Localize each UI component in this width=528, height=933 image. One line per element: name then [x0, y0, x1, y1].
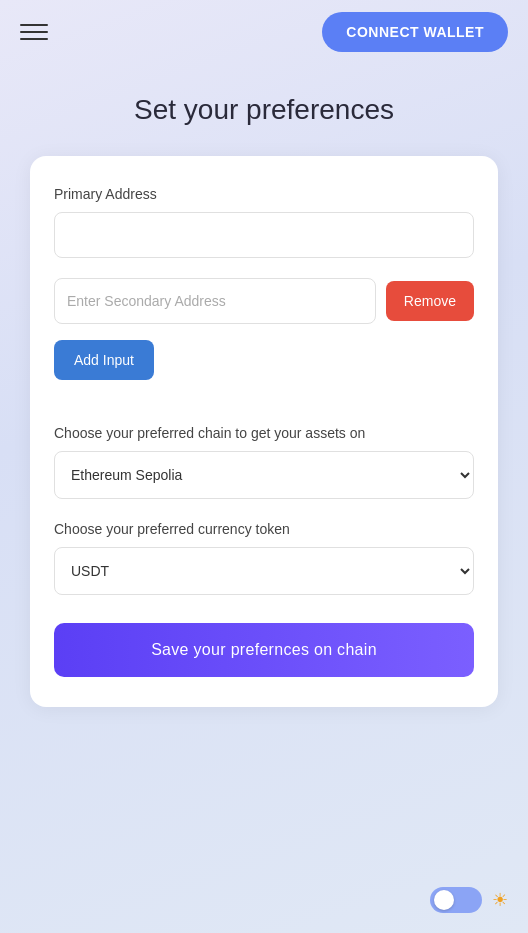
chain-section: Choose your preferred chain to get your … [54, 425, 474, 499]
save-button[interactable]: Save your prefernces on chain [54, 623, 474, 677]
connect-wallet-button[interactable]: CONNECT WALLET [322, 12, 508, 52]
primary-address-input[interactable] [54, 212, 474, 258]
currency-select[interactable]: USDT USDC DAI ETH [54, 547, 474, 595]
theme-toggle[interactable] [430, 887, 482, 913]
currency-section: Choose your preferred currency token USD… [54, 521, 474, 595]
secondary-address-row: Remove [54, 278, 474, 324]
preferences-card: Primary Address Remove Add Input Choose … [30, 156, 498, 707]
theme-toggle-container: ☀ [430, 887, 508, 913]
sun-icon: ☀ [492, 889, 508, 911]
currency-label: Choose your preferred currency token [54, 521, 474, 537]
chain-select[interactable]: Ethereum Sepolia Ethereum Mainnet Polygo… [54, 451, 474, 499]
divider [54, 404, 474, 405]
remove-button[interactable]: Remove [386, 281, 474, 321]
primary-address-label: Primary Address [54, 186, 474, 202]
page-title: Set your preferences [30, 94, 498, 126]
menu-button[interactable] [20, 18, 48, 46]
header: CONNECT WALLET [0, 0, 528, 64]
toggle-knob [434, 890, 454, 910]
secondary-address-input[interactable] [54, 278, 376, 324]
main-content: Set your preferences Primary Address Rem… [0, 64, 528, 727]
add-input-button[interactable]: Add Input [54, 340, 154, 380]
chain-label: Choose your preferred chain to get your … [54, 425, 474, 441]
